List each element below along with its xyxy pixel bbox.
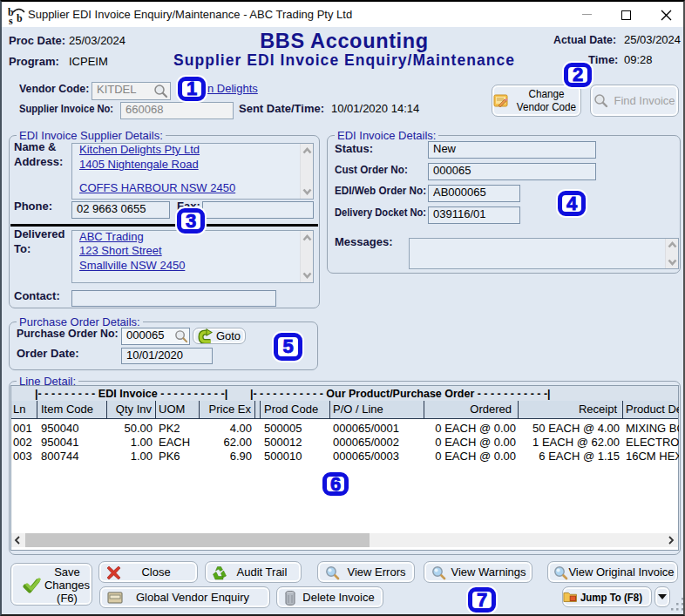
svg-text:b: b bbox=[17, 12, 23, 24]
svg-text:s: s bbox=[9, 15, 13, 25]
